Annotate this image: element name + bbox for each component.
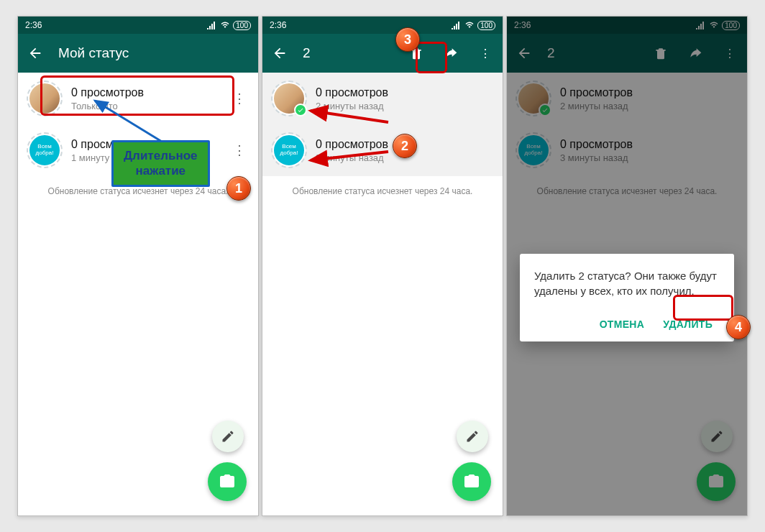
- row-title: 0 просмотров: [316, 86, 493, 99]
- back-button[interactable]: [24, 42, 47, 65]
- callout-badge-2: 2: [393, 134, 417, 158]
- wifi-icon: [220, 21, 230, 29]
- status-avatar-photo: [28, 82, 61, 115]
- footer-note: Обновление статуса исчезнет через 24 час…: [262, 176, 503, 206]
- status-row[interactable]: 0 просмотров Только что ⋮: [18, 73, 258, 124]
- callout-tooltip-longpress: Длительное нажатие: [111, 140, 210, 187]
- battery-icon: 100: [477, 21, 495, 30]
- dialog-actions: ОТМЕНА УДАЛИТЬ: [534, 313, 720, 336]
- status-avatar-photo: [272, 82, 306, 115]
- delete-confirm-dialog: Удалить 2 статуса? Они также будут удале…: [520, 254, 734, 341]
- callout-badge-1: 1: [226, 176, 251, 201]
- fab-camera-status[interactable]: [452, 462, 491, 501]
- fab-text-status[interactable]: [457, 421, 488, 452]
- status-avatar-text: Всем добра!: [28, 134, 61, 167]
- selection-app-bar: 2 ⋮: [262, 34, 503, 73]
- phone-screen-1: 2:36 100 Мой статус 0 просмотров Только …: [17, 16, 259, 516]
- clock: 2:36: [25, 20, 207, 30]
- fab-camera-status[interactable]: [208, 462, 247, 501]
- phone-screen-2: 2:36 100 2 ⋮ 0 просмотров: [262, 16, 503, 516]
- status-avatar-text: Всем добра!: [272, 134, 306, 167]
- status-row[interactable]: Всем добра! 0 просмотров 3 минуты назад: [262, 124, 503, 176]
- status-icons: 100: [452, 21, 495, 30]
- battery-icon: 100: [233, 21, 251, 30]
- row-subtitle: 2 минуты назад: [316, 101, 493, 111]
- fab-text-status[interactable]: [212, 421, 244, 452]
- callout-badge-3: 3: [395, 27, 420, 52]
- page-title: Мой статус: [58, 45, 252, 61]
- row-title: 0 просмотров: [71, 86, 221, 99]
- row-text: 0 просмотров 2 минуты назад: [316, 86, 493, 111]
- dialog-confirm-button[interactable]: УДАЛИТЬ: [656, 313, 720, 336]
- status-icons: 100: [207, 21, 251, 30]
- status-bar: 2:36 100: [262, 17, 503, 34]
- status-bar: 2:36 100: [18, 17, 258, 34]
- row-overflow-icon[interactable]: ⋮: [231, 91, 248, 106]
- selected-check-icon: [294, 104, 307, 116]
- callout-badge-4: 4: [726, 315, 751, 339]
- selection-count: 2: [303, 45, 311, 61]
- row-subtitle: Только что: [71, 101, 221, 111]
- forward-button[interactable]: [439, 42, 462, 65]
- clock: 2:36: [270, 20, 452, 30]
- wifi-icon: [464, 21, 475, 29]
- status-row[interactable]: 0 просмотров 2 минуты назад: [262, 73, 503, 124]
- row-overflow-icon[interactable]: ⋮: [231, 142, 248, 158]
- back-button[interactable]: [268, 42, 291, 65]
- dialog-cancel-button[interactable]: ОТМЕНА: [592, 313, 651, 336]
- app-bar: Мой статус: [18, 34, 258, 73]
- phone-screen-3: 2:36 100 2 ⋮ 0 просмотров: [506, 16, 748, 516]
- overflow-menu-icon[interactable]: ⋮: [474, 42, 497, 65]
- status-list: 0 просмотров 2 минуты назад Всем добра! …: [262, 73, 503, 206]
- signal-icon: [207, 21, 217, 29]
- signal-icon: [452, 21, 462, 29]
- row-text: 0 просмотров Только что: [71, 86, 221, 111]
- dialog-message: Удалить 2 статуса? Они также будут удале…: [534, 268, 720, 298]
